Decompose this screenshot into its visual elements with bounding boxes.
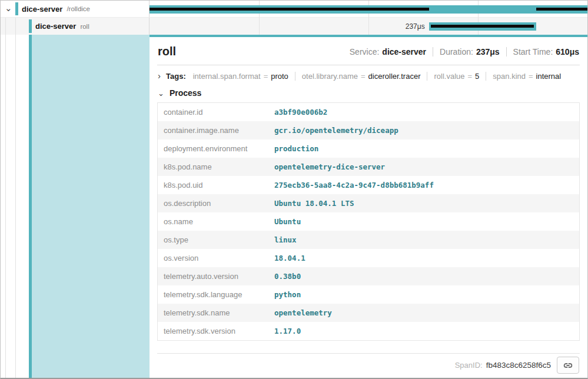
- process-key: deployment.environment: [158, 139, 269, 158]
- timeline-bars-0[interactable]: [150, 1, 587, 17]
- start-time-label: Start Time:: [513, 47, 553, 56]
- process-value: opentelemetry-dice-server: [268, 158, 580, 176]
- process-key: telemetry.sdk.version: [158, 322, 269, 341]
- span-color-bar: [15, 2, 18, 15]
- span-duration-label: 237μs: [406, 22, 429, 31]
- selected-span-highlight: [32, 35, 150, 378]
- duration-label: Duration:: [440, 47, 473, 56]
- critical-path-segment: [536, 8, 587, 11]
- chevron-down-icon[interactable]: ⌄: [5, 4, 12, 12]
- tag-summary-item[interactable]: span.kind = internal: [486, 72, 561, 81]
- span-id-label: SpanID:: [455, 361, 483, 370]
- process-value: 1.17.0: [268, 322, 580, 341]
- chevron-down-icon[interactable]: ⌄: [158, 89, 164, 97]
- indent-guide: [5, 18, 6, 35]
- span-id-value: fb483c8c6258f6c5: [486, 361, 551, 370]
- critical-path-segment: [431, 25, 534, 28]
- trace-timeline-rows: ⌄ dice-server /rolldice dice-server roll…: [1, 1, 587, 35]
- process-key: telemetry.sdk.language: [158, 285, 269, 304]
- span-service-name: dice-server: [22, 5, 62, 14]
- process-value: python: [268, 285, 580, 304]
- process-key: os.name: [158, 212, 269, 231]
- process-key: container.id: [158, 103, 269, 122]
- process-value: a3bf90e006b2: [268, 103, 580, 122]
- tag-value: proto: [271, 72, 288, 81]
- process-value: Ubuntu: [268, 212, 580, 231]
- tag-key: internal.span.format: [193, 72, 261, 81]
- process-key: telemetry.sdk.name: [158, 304, 269, 322]
- tag-equals: =: [361, 72, 366, 81]
- process-value: Ubuntu 18.04.1 LTS: [268, 194, 580, 212]
- span-summary: Service: dice-server Duration: 237μs Sta…: [350, 47, 579, 56]
- tag-key: span.kind: [493, 72, 526, 81]
- span-tree-gutter: [1, 35, 150, 378]
- table-row: os.type linux: [158, 231, 580, 249]
- tag-value: diceroller.tracer: [368, 72, 421, 81]
- process-key-values-table: container.id a3bf90e006b2 container.imag…: [157, 102, 580, 341]
- process-key: os.version: [158, 249, 269, 267]
- span-row-rolldice[interactable]: ⌄ dice-server /rolldice: [1, 1, 587, 18]
- process-key: os.description: [158, 194, 269, 212]
- process-value: production: [268, 139, 580, 158]
- start-time-value: 610μs: [556, 47, 579, 56]
- process-key: container.image.name: [158, 121, 269, 139]
- table-row: os.description Ubuntu 18.04.1 LTS: [158, 194, 580, 212]
- process-label: Process: [170, 88, 201, 98]
- jaeger-trace-view: ⌄ dice-server /rolldice dice-server roll…: [0, 0, 588, 379]
- span-row-roll[interactable]: dice-server roll 237μs: [1, 18, 587, 35]
- link-icon: [563, 360, 573, 371]
- process-key: telemetry.auto.version: [158, 267, 269, 285]
- tag-equals: =: [468, 72, 473, 81]
- table-row: container.image.name gcr.io/opentelemetr…: [158, 121, 580, 139]
- summary-divider: [506, 47, 507, 56]
- indent-guide: [15, 35, 16, 378]
- timeline-bars-1[interactable]: 237μs: [150, 18, 587, 35]
- process-value: gcr.io/opentelemetry/diceapp: [268, 121, 580, 139]
- tag-value: internal: [536, 72, 562, 81]
- tag-summary-item[interactable]: otel.library.name = diceroller.tracer: [295, 72, 421, 81]
- process-value: 275ecb36-5aa8-4c2a-9c47-d8bb681b9aff: [268, 176, 580, 194]
- tag-value: 5: [475, 72, 479, 81]
- service-value: dice-server: [382, 47, 426, 56]
- process-value: linux: [268, 231, 580, 249]
- process-value: 18.04.1: [268, 249, 580, 267]
- tag-summary-item[interactable]: internal.span.format = proto: [193, 72, 288, 81]
- table-row: container.id a3bf90e006b2: [158, 103, 580, 122]
- tag-equals: =: [264, 72, 268, 81]
- span-name-cell[interactable]: ⌄ dice-server /rolldice: [1, 1, 150, 17]
- table-row: k8s.pod.name opentelemetry-dice-server: [158, 158, 580, 176]
- process-value: 0.38b0: [268, 267, 580, 285]
- process-key: os.type: [158, 231, 269, 249]
- table-row: telemetry.sdk.version 1.17.0: [158, 322, 580, 341]
- table-row: telemetry.sdk.name opentelemetry: [158, 304, 580, 322]
- span-detail-header: roll Service: dice-server Duration: 237μ…: [157, 37, 580, 65]
- table-row: k8s.pod.uid 275ecb36-5aa8-4c2a-9c47-d8bb…: [158, 176, 580, 194]
- table-row: telemetry.sdk.language python: [158, 285, 580, 304]
- service-label: Service:: [350, 47, 380, 56]
- critical-path-segment: [150, 8, 429, 11]
- span-title: roll: [158, 45, 176, 58]
- table-row: deployment.environment production: [158, 139, 580, 158]
- tag-summary-item[interactable]: roll.value = 5: [427, 72, 479, 81]
- span-color-bar: [29, 19, 32, 33]
- tags-label: Tags:: [166, 72, 186, 81]
- span-detail-panel: roll Service: dice-server Duration: 237μ…: [150, 35, 587, 378]
- summary-divider: [433, 47, 433, 56]
- tag-key: roll.value: [434, 72, 464, 81]
- span-link-button[interactable]: [557, 357, 579, 374]
- process-key: k8s.pod.uid: [158, 176, 269, 194]
- tag-key: otel.library.name: [302, 72, 358, 81]
- process-key: k8s.pod.name: [158, 158, 269, 176]
- span-detail-footer: SpanID: fb483c8c6258f6c5: [157, 353, 580, 378]
- span-service-name: dice-server: [35, 22, 76, 31]
- span-operation-name: /rolldice: [67, 5, 90, 12]
- table-row: os.name Ubuntu: [158, 212, 580, 231]
- indent-guide: [5, 35, 6, 378]
- process-section-toggle[interactable]: ⌄ Process: [157, 85, 580, 102]
- duration-value: 237μs: [476, 47, 500, 56]
- span-name-cell[interactable]: dice-server roll: [1, 18, 150, 35]
- indent-guide: [15, 18, 16, 35]
- table-row: telemetry.auto.version 0.38b0: [158, 267, 580, 285]
- tags-section-toggle[interactable]: › Tags: internal.span.format = proto ote…: [157, 65, 580, 85]
- chevron-right-icon[interactable]: ›: [158, 71, 161, 80]
